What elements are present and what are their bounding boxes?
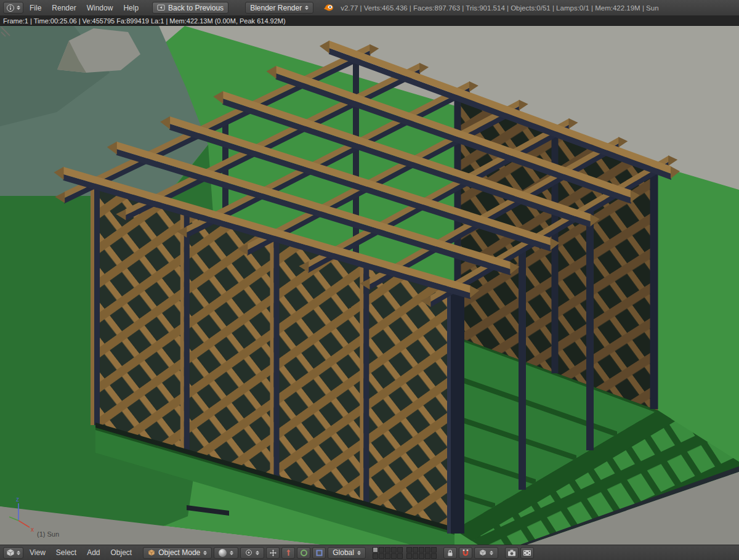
layer-toggle[interactable]: [431, 553, 437, 559]
layer-toggle[interactable]: [397, 547, 403, 553]
3d-viewport[interactable]: z x (1) Sun: [0, 26, 739, 545]
shading-sphere-icon: [219, 549, 227, 557]
layer-toggle[interactable]: [397, 553, 403, 559]
active-object-label: (1) Sun: [37, 530, 59, 538]
layers-grid-1: [373, 547, 403, 559]
layer-toggle[interactable]: [425, 547, 430, 553]
info-icon: [6, 4, 15, 12]
layer-toggle[interactable]: [373, 553, 378, 559]
layer-toggle[interactable]: [431, 547, 437, 553]
dropdown-arrows-icon: [256, 551, 259, 555]
layer-toggle[interactable]: [413, 547, 418, 553]
layers-widget: [373, 547, 437, 559]
menu-object[interactable]: Object: [107, 548, 137, 557]
back-to-previous-button[interactable]: Back to Previous: [152, 2, 228, 14]
info-header: File Render Window Help Back to Previous…: [0, 0, 739, 16]
menu-view[interactable]: View: [25, 548, 50, 557]
rotate-icon: [300, 549, 308, 557]
viewport-shading-select[interactable]: [214, 547, 238, 559]
editor-type-button-info[interactable]: [3, 2, 23, 14]
render-animation-icon: [523, 549, 531, 557]
transform-orientation-select[interactable]: Global: [328, 547, 366, 559]
back-button-label: Back to Previous: [168, 4, 224, 12]
object-mode-select[interactable]: Object Mode: [143, 547, 212, 559]
layer-toggle[interactable]: [391, 547, 397, 553]
editor-select-arrows-icon: [17, 551, 20, 555]
lock-button[interactable]: [443, 547, 457, 559]
dropdown-arrows-icon: [230, 551, 233, 555]
axis-x-label: x: [31, 526, 34, 533]
snap-element-select[interactable]: [474, 547, 498, 559]
opengl-render-button[interactable]: [505, 547, 519, 559]
layer-toggle[interactable]: [406, 547, 412, 553]
axis-z-label: z: [16, 496, 19, 503]
menu-select[interactable]: Select: [52, 548, 81, 557]
menu-render[interactable]: Render: [47, 4, 80, 12]
snap-toggle-button[interactable]: [459, 547, 472, 559]
opengl-render-anim-button[interactable]: [520, 547, 534, 559]
layer-toggle[interactable]: [406, 553, 412, 559]
3d-view-icon: [6, 548, 15, 557]
editor-type-button-3dview[interactable]: [3, 547, 23, 559]
layer-toggle[interactable]: [425, 553, 430, 559]
layer-toggle[interactable]: [391, 553, 397, 559]
back-icon: [157, 4, 165, 11]
layers-grid-2: [406, 547, 437, 559]
layer-toggle[interactable]: [413, 553, 418, 559]
render-stats-text: Frame:1 | Time:00:25.06 | Ve:455795 Fa:8…: [3, 17, 286, 25]
lock-icon: [446, 549, 454, 557]
layer-toggle[interactable]: [419, 553, 424, 559]
layer-toggle[interactable]: [379, 547, 384, 553]
menu-window[interactable]: Window: [83, 4, 118, 12]
dropdown-arrows-icon: [357, 551, 361, 555]
blender-logo-icon: [323, 3, 334, 12]
render-engine-select[interactable]: Blender Render: [245, 2, 313, 14]
layer-toggle[interactable]: [379, 553, 384, 559]
object-mode-value: Object Mode: [158, 548, 200, 557]
pivot-point-icon: [245, 549, 252, 556]
layer-toggle[interactable]: [385, 553, 390, 559]
manipulator-rotate-button[interactable]: [297, 547, 310, 559]
menu-add[interactable]: Add: [83, 548, 104, 557]
header-scene-stats: v2.77 | Verts:465.436 | Faces:897.763 | …: [341, 4, 658, 12]
pivot-point-select[interactable]: [240, 547, 264, 559]
transform-orientation-value: Global: [333, 548, 354, 557]
magnet-icon: [462, 549, 469, 557]
manipulator-toggle-button[interactable]: [266, 547, 280, 559]
manipulator-translate-button[interactable]: [281, 547, 295, 559]
manipulator-scale-button[interactable]: [312, 547, 326, 559]
layer-toggle[interactable]: [385, 547, 390, 553]
snap-element-icon: [479, 549, 487, 556]
dropdown-arrows-icon: [490, 551, 493, 555]
layer-toggle[interactable]: [373, 547, 378, 553]
translate-icon: [285, 549, 293, 557]
layer-toggle[interactable]: [419, 547, 424, 553]
dropdown-arrows-icon: [305, 6, 309, 10]
menu-help[interactable]: Help: [119, 4, 143, 12]
object-mode-icon: [148, 549, 155, 556]
scale-icon: [315, 549, 323, 557]
camera-icon: [507, 549, 516, 557]
render-engine-value: Blender Render: [250, 4, 302, 12]
editor-select-arrows-icon: [17, 6, 20, 10]
pergola-front-corner-post: [447, 282, 464, 534]
manipulator-icon: [269, 549, 277, 557]
render-stats-bar: Frame:1 | Time:00:25.06 | Ve:455795 Fa:8…: [0, 16, 739, 26]
dropdown-arrows-icon: [203, 551, 207, 555]
viewport-header: View Select Add Object Object Mode Globa…: [0, 545, 739, 560]
menu-file[interactable]: File: [25, 4, 46, 12]
